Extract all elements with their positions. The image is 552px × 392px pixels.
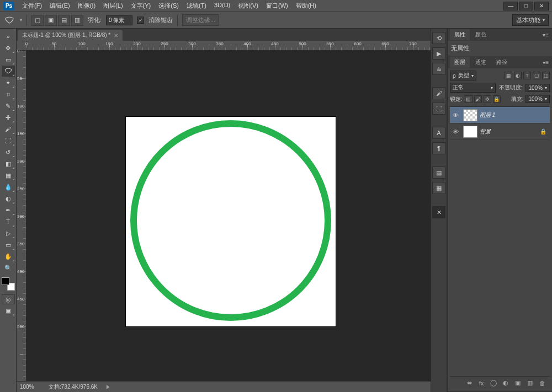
type-tool[interactable]: T xyxy=(2,216,15,227)
layer-item[interactable]: 👁 背景 🔒 xyxy=(450,123,550,140)
color-tab[interactable]: 颜色 xyxy=(471,29,491,40)
window-close-button[interactable]: ✕ xyxy=(534,2,549,10)
selection-new-button[interactable]: ▢ xyxy=(31,15,44,26)
move-tool[interactable]: ✥ xyxy=(2,42,15,53)
eyedropper-tool[interactable]: ✎ xyxy=(2,100,15,111)
layer-visibility-icon[interactable]: 👁 xyxy=(450,128,461,135)
layer-visibility-icon[interactable]: 👁 xyxy=(450,112,461,119)
filter-adjustment-icon[interactable]: ◐ xyxy=(514,72,522,79)
link-layers-icon[interactable]: ⇔ xyxy=(465,379,474,388)
horizontal-ruler[interactable]: 0501001502002503003504004505005506006507… xyxy=(26,41,431,51)
antialias-checkbox[interactable]: ✓ xyxy=(137,17,144,24)
layers-tab[interactable]: 图层 xyxy=(450,57,470,68)
filter-pixel-icon[interactable]: ▦ xyxy=(505,72,512,79)
status-menu-icon[interactable] xyxy=(107,385,109,389)
lock-transparent-icon[interactable]: ▨ xyxy=(465,95,473,103)
history-panel-icon[interactable]: ⟲ xyxy=(432,32,445,44)
close-document-icon[interactable]: ✕ xyxy=(114,33,118,39)
brushes-panel-icon[interactable]: ≋ xyxy=(432,63,445,75)
brush-presets-panel-icon[interactable]: 🖌 xyxy=(432,87,445,99)
fill-input[interactable]: 100%▾ xyxy=(526,95,550,103)
swatches-panel-icon[interactable]: ▤ xyxy=(432,167,445,179)
layer-item[interactable]: 👁 图层 1 xyxy=(450,107,550,123)
delete-layer-icon[interactable]: 🗑 xyxy=(538,379,546,388)
filter-shape-icon[interactable]: ▢ xyxy=(533,72,540,79)
lock-pixels-icon[interactable]: 🖌 xyxy=(474,95,482,103)
layer-name-label[interactable]: 背景 xyxy=(480,128,491,136)
menu-3d[interactable]: 3D(D) xyxy=(211,1,233,11)
dodge-tool[interactable]: ◐ xyxy=(2,193,15,204)
navigator-panel-icon[interactable]: ✕ xyxy=(432,206,445,218)
lasso-tool[interactable] xyxy=(2,66,15,77)
opacity-input[interactable]: 100%▾ xyxy=(526,84,550,92)
color-swatches[interactable] xyxy=(2,277,15,291)
vertical-ruler[interactable]: 050100150200250300350400450500 xyxy=(17,51,26,381)
eraser-tool[interactable]: ◧ xyxy=(2,158,15,169)
layer-style-icon[interactable]: fx xyxy=(477,379,486,388)
rectangular-marquee-tool[interactable]: ▭ xyxy=(2,54,15,65)
layer-filter-kind[interactable]: ρ 类型▾ xyxy=(450,71,476,80)
styles-panel-icon[interactable]: ▦ xyxy=(432,182,445,194)
layer-group-icon[interactable]: ▣ xyxy=(513,379,522,388)
panel-menu-icon[interactable]: ▾≡ xyxy=(539,32,552,38)
expand-arrow-icon[interactable]: » xyxy=(2,31,15,42)
layer-name-label[interactable]: 图层 1 xyxy=(480,111,495,119)
document-tab[interactable]: 未标题-1 @ 100% (图层 1, RGB/8) * ✕ xyxy=(18,30,123,41)
history-brush-tool[interactable]: ↺ xyxy=(2,147,15,158)
menu-help[interactable]: 帮助(H) xyxy=(293,1,320,11)
canvas[interactable] xyxy=(126,117,336,326)
quick-mask-button[interactable]: ◎ xyxy=(2,294,15,304)
selection-intersect-button[interactable]: ▥ xyxy=(71,15,83,26)
clone-stamp-tool[interactable]: ⛶ xyxy=(2,135,15,146)
hand-tool[interactable]: ✋ xyxy=(2,251,15,262)
paths-tab[interactable]: 路径 xyxy=(492,57,512,68)
clone-source-panel-icon[interactable]: ⛶ xyxy=(432,103,445,115)
brush-tool[interactable]: 🖌 xyxy=(2,123,15,135)
gradient-tool[interactable]: ▦ xyxy=(2,170,15,181)
refine-edge-button[interactable]: 调整边缘... xyxy=(182,14,219,26)
actions-panel-icon[interactable]: ▶ xyxy=(432,47,445,60)
feather-input[interactable] xyxy=(106,15,132,25)
path-selection-tool[interactable]: ▷ xyxy=(2,228,15,239)
magic-wand-tool[interactable]: ✦ xyxy=(2,77,15,88)
window-maximize-button[interactable]: □ xyxy=(519,2,533,10)
workspace-selector[interactable]: 基本功能 ▾ xyxy=(512,14,549,26)
filter-smart-icon[interactable]: ◫ xyxy=(542,72,550,79)
healing-brush-tool[interactable]: ✚ xyxy=(2,112,15,123)
channels-tab[interactable]: 通道 xyxy=(471,57,491,68)
menu-edit[interactable]: 编辑(E) xyxy=(46,1,73,11)
screen-mode-button[interactable]: ▣ xyxy=(2,305,15,316)
lock-position-icon[interactable]: ✥ xyxy=(484,95,491,103)
layer-thumbnail[interactable] xyxy=(463,126,477,138)
zoom-level-input[interactable] xyxy=(20,384,42,390)
layer-thumbnail[interactable] xyxy=(463,109,477,121)
zoom-tool[interactable]: 🔍 xyxy=(2,262,15,273)
character-panel-icon[interactable]: A xyxy=(432,127,445,139)
blur-tool[interactable]: 💧 xyxy=(2,181,15,192)
active-tool-icon[interactable] xyxy=(3,15,15,25)
layers-panel-menu-icon[interactable]: ▾≡ xyxy=(539,60,552,66)
menu-type[interactable]: 文字(Y) xyxy=(128,1,155,11)
lock-all-icon[interactable]: 🔒 xyxy=(493,95,501,103)
selection-add-button[interactable]: ▣ xyxy=(45,15,57,26)
menu-image[interactable]: 图像(I) xyxy=(75,1,99,11)
menu-select[interactable]: 选择(S) xyxy=(155,1,182,11)
canvas-viewport[interactable] xyxy=(26,51,431,381)
pen-tool[interactable]: ✒ xyxy=(2,205,15,216)
new-layer-icon[interactable]: ▥ xyxy=(526,379,534,388)
crop-tool[interactable]: ⌗ xyxy=(2,89,15,100)
selection-subtract-button[interactable]: ▤ xyxy=(58,15,70,26)
menu-layer[interactable]: 图层(L) xyxy=(100,1,126,11)
menu-window[interactable]: 窗口(W) xyxy=(263,1,291,11)
blend-mode-select[interactable]: 正常▾ xyxy=(450,83,496,93)
rectangle-tool[interactable]: ▭ xyxy=(2,239,15,250)
foreground-color-swatch[interactable] xyxy=(2,277,9,285)
paragraph-panel-icon[interactable]: ¶ xyxy=(432,142,445,154)
filter-type-icon[interactable]: T xyxy=(523,72,531,79)
layer-mask-icon[interactable]: ◯ xyxy=(489,379,498,388)
window-minimize-button[interactable]: — xyxy=(503,2,518,10)
adjustment-layer-icon[interactable]: ◐ xyxy=(501,379,510,388)
menu-view[interactable]: 视图(V) xyxy=(235,1,262,11)
menu-file[interactable]: 文件(F) xyxy=(19,1,45,11)
properties-tab[interactable]: 属性 xyxy=(450,29,470,40)
